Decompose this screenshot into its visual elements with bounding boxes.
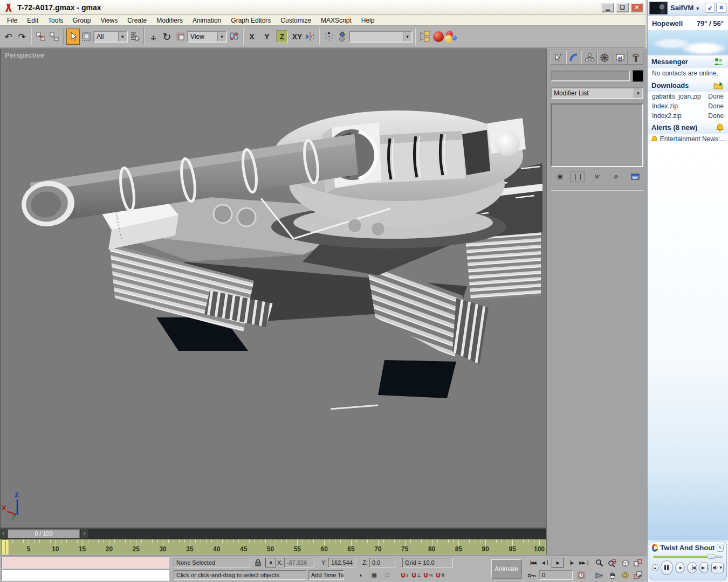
object-color-swatch[interactable]: [633, 70, 643, 82]
modifier-list-dropdown[interactable]: Modifier List ▼: [551, 87, 643, 99]
track-bar[interactable]: ‹ 0 / 100 ›: [0, 528, 546, 539]
snaps-toggle-icon[interactable]: 3: [399, 570, 410, 580]
zoom-extents-icon[interactable]: [619, 558, 631, 568]
weather-bar[interactable]: Hopewell 79° / 56°: [648, 16, 728, 30]
chevron-down-icon[interactable]: ▼: [217, 32, 226, 41]
object-name-field[interactable]: [551, 71, 630, 81]
play-icon[interactable]: ▶: [552, 558, 564, 568]
menu-item-maxscript[interactable]: MAXScript: [316, 16, 356, 25]
menu-item-tools[interactable]: Tools: [43, 16, 68, 25]
timeline-marker[interactable]: [2, 539, 9, 555]
track-bar-prev-icon[interactable]: ‹: [0, 529, 7, 538]
pause-button[interactable]: [661, 560, 674, 575]
download-item[interactable]: Index.zipDone: [648, 101, 728, 111]
chevron-down-icon[interactable]: ▼: [403, 32, 411, 41]
timeline-ruler[interactable]: 5101520253035404550556065707580859095100: [0, 539, 546, 555]
select-by-name-icon[interactable]: [128, 29, 141, 45]
array-icon[interactable]: [322, 29, 335, 45]
make-unique-icon[interactable]: ∨∕: [590, 171, 605, 182]
tab-motion[interactable]: [597, 51, 613, 65]
dotted-grid-icon[interactable]: ▦: [369, 570, 380, 580]
add-time-tag[interactable]: Add Time Tag: [308, 570, 344, 580]
layer-manager-icon[interactable]: [418, 29, 431, 45]
go-to-end-icon[interactable]: ▶▶▕: [578, 558, 589, 568]
select-region-icon[interactable]: [80, 29, 93, 45]
undo-icon[interactable]: ↶: [2, 29, 15, 45]
named-selection-dropdown[interactable]: ▼: [349, 31, 413, 43]
min-max-toggle-icon[interactable]: [632, 570, 644, 580]
angle-snap-icon[interactable]: ∠: [411, 570, 422, 580]
next-frame-icon[interactable]: ▕▶: [565, 558, 576, 568]
zoom-extents-all-icon[interactable]: [632, 558, 644, 568]
downloads-section[interactable]: Downloads: [648, 79, 728, 92]
remove-modifier-icon[interactable]: ⌀: [609, 171, 623, 182]
zoom-all-icon[interactable]: [606, 558, 618, 568]
chevron-down-icon[interactable]: ▼: [118, 32, 127, 41]
menu-item-modifiers[interactable]: Modifiers: [152, 16, 188, 25]
spinner-snap-icon[interactable]: ⇅: [435, 570, 445, 580]
download-item[interactable]: Index2.zipDone: [648, 111, 728, 121]
tank-model[interactable]: Z X: [1, 49, 546, 528]
player-progress-handle[interactable]: [707, 554, 716, 559]
move-icon[interactable]: ↔↕: [147, 29, 160, 45]
player-expand-icon[interactable]: ↖: [717, 544, 724, 552]
chevron-down-icon[interactable]: ▼: [695, 6, 700, 11]
modifier-stack-list[interactable]: [551, 103, 643, 167]
selection-lock-icon[interactable]: [252, 558, 263, 567]
next-track-button[interactable]: ▶▕: [699, 562, 709, 573]
download-item[interactable]: gabarits_joan.zipDone: [648, 92, 728, 101]
crossing-selection-icon[interactable]: □: [382, 570, 393, 580]
sidebar-dock-icon[interactable]: ↙: [705, 3, 715, 13]
stop-button[interactable]: ■: [675, 562, 685, 573]
messenger-section[interactable]: Messenger: [648, 55, 728, 68]
redo-icon[interactable]: ↷: [15, 29, 29, 45]
menu-item-create[interactable]: Create: [122, 16, 152, 25]
set-key-icon[interactable]: [526, 570, 538, 580]
configure-modifier-sets-icon[interactable]: [628, 171, 642, 182]
pin-stack-icon[interactable]: -▣: [552, 171, 566, 182]
show-end-result-icon[interactable]: ❘❘: [571, 171, 585, 182]
snap-toggle-icon[interactable]: [335, 29, 349, 45]
chevron-down-icon[interactable]: ▼: [719, 565, 723, 570]
pan-hand-icon[interactable]: [606, 570, 618, 580]
current-frame-field[interactable]: 0: [539, 570, 573, 580]
scale-icon[interactable]: [174, 29, 187, 45]
render-icon[interactable]: [445, 29, 459, 45]
reference-coordinate-dropdown[interactable]: View ▼: [187, 31, 227, 43]
field-of-view-icon[interactable]: [593, 570, 605, 580]
tab-utilities[interactable]: [628, 51, 643, 65]
menu-item-customize[interactable]: Customize: [276, 16, 316, 25]
selection-filter-dropdown[interactable]: All ▼: [93, 31, 128, 43]
axis-z-button[interactable]: Z: [276, 30, 288, 43]
time-slider-handle[interactable]: 0 / 100: [8, 529, 80, 538]
close-button[interactable]: ✕: [630, 3, 643, 12]
y-coordinate-field[interactable]: 162.544: [328, 558, 355, 567]
axis-y-button[interactable]: Y: [261, 30, 273, 43]
restore-button[interactable]: ❏: [616, 3, 629, 12]
x-coordinate-field[interactable]: -87.826: [284, 558, 314, 567]
select-object-button[interactable]: [66, 29, 80, 45]
menu-item-graph-editors[interactable]: Graph Editors: [226, 16, 276, 25]
alert-item[interactable]: Entertainment News:...: [648, 134, 728, 144]
menu-item-group[interactable]: Group: [68, 16, 95, 25]
axis-xy-button[interactable]: XY: [291, 30, 303, 43]
minimize-button[interactable]: ▁: [601, 3, 614, 12]
sidebar-close-icon[interactable]: ✕: [716, 3, 726, 13]
rotate-icon[interactable]: ↻: [160, 29, 174, 45]
go-to-start-icon[interactable]: ▕◀◀: [526, 558, 538, 568]
menu-item-animation[interactable]: Animation: [188, 16, 226, 25]
viewport-label[interactable]: Perspective: [5, 51, 44, 59]
volume-button[interactable]: ▼: [711, 563, 724, 573]
arc-rotate-icon[interactable]: [619, 570, 631, 580]
z-coordinate-field[interactable]: 0.0: [369, 558, 395, 567]
unlink-icon[interactable]: [47, 29, 61, 45]
absolute-mode-icon[interactable]: [265, 558, 276, 567]
zoom-icon[interactable]: [593, 558, 605, 568]
title-bar[interactable]: T-72-A017.gmax - gmax ▁ ❏ ✕: [0, 0, 645, 15]
player-collapse-icon[interactable]: ▲: [652, 564, 658, 571]
material-editor-icon[interactable]: [431, 29, 445, 45]
degradation-override-icon[interactable]: ◐: [356, 570, 367, 580]
percent-snap-icon[interactable]: %: [423, 570, 434, 580]
mirror-icon[interactable]: [303, 29, 317, 45]
menu-item-file[interactable]: File: [2, 16, 22, 25]
